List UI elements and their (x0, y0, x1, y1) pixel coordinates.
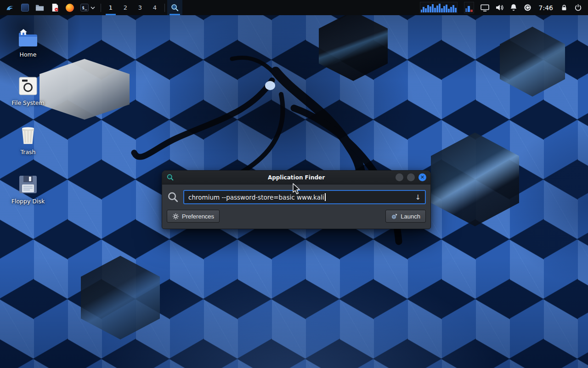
close-button[interactable]: ✕ (418, 173, 426, 181)
panel-separator (164, 4, 165, 12)
screen-lock-button[interactable] (557, 0, 571, 15)
bell-icon (510, 4, 517, 12)
launcher-terminal[interactable]: $_ (77, 0, 90, 15)
gear-icon (172, 213, 179, 220)
history-dropdown-button[interactable]: ↓ (412, 193, 421, 201)
launcher-file-manager[interactable] (32, 0, 47, 15)
top-panel: $_ 1 2 3 4 (0, 0, 588, 15)
launcher-firefox[interactable] (62, 0, 77, 15)
search-icon (167, 191, 179, 203)
logout-button[interactable] (571, 0, 585, 15)
display-icon (481, 4, 489, 12)
preferences-button[interactable]: Preferences (167, 210, 220, 223)
launch-button[interactable]: Launch (385, 210, 426, 223)
search-input-text: chromium --password-store=basic www.kali (188, 194, 324, 201)
updates-tray-button[interactable] (520, 0, 535, 15)
desktop-icon-label: Floppy Disk (10, 198, 46, 205)
speaker-icon (496, 4, 503, 11)
desktop-icon-floppy-disk[interactable]: Floppy Disk (10, 173, 46, 205)
desktop-icon-trash[interactable]: Trash (10, 124, 46, 155)
finder-body: chromium --password-store=basic www.kali… (162, 184, 430, 227)
desktop-icon-home[interactable]: Home (10, 27, 46, 58)
workspace-1[interactable]: 1 (103, 0, 118, 15)
application-finder-window: Application Finder ✕ chromium --password… (162, 170, 431, 229)
taskbar-application-finder[interactable] (167, 0, 182, 15)
close-icon: ✕ (420, 175, 424, 180)
launcher-window[interactable] (18, 0, 32, 15)
trash-bin-icon (17, 124, 39, 146)
chevron-down-icon (90, 6, 95, 9)
application-finder-icon (166, 173, 174, 181)
power-icon (574, 4, 582, 12)
kali-menu-button[interactable] (3, 0, 18, 15)
kali-logo-icon (6, 3, 15, 12)
launch-button-label: Launch (401, 213, 420, 220)
lock-icon (560, 4, 568, 12)
workspace-2[interactable]: 2 (118, 0, 133, 15)
panel-separator (101, 4, 101, 12)
volume-tray-button[interactable] (492, 0, 507, 15)
window-title: Application Finder (162, 174, 430, 181)
floppy-disk-icon (17, 173, 39, 196)
firefox-icon (66, 4, 74, 12)
notifications-tray-button[interactable] (507, 0, 520, 15)
maximize-button[interactable] (407, 173, 415, 181)
titlebar[interactable]: Application Finder ✕ (162, 171, 430, 184)
cpu-graph-bars (420, 2, 458, 13)
cpu-graph[interactable] (417, 0, 461, 15)
launcher-text-editor[interactable] (47, 0, 62, 15)
clock[interactable]: 7:46 (535, 0, 557, 15)
search-input[interactable]: chromium --password-store=basic www.kali… (183, 190, 426, 204)
minimize-button[interactable] (396, 173, 403, 181)
file-system-drive-icon (17, 75, 39, 97)
folder-icon (35, 3, 44, 12)
window-icon (21, 4, 29, 12)
launcher-dropdown-button[interactable] (90, 0, 98, 15)
home-folder-icon (17, 27, 39, 49)
software-update-icon (524, 4, 531, 12)
workspace-3[interactable]: 3 (133, 0, 147, 15)
desktop-icon-label: Trash (10, 149, 46, 155)
desktop-screen: $_ 1 2 3 4 (0, 0, 588, 368)
network-graph (464, 2, 474, 13)
launch-icon (391, 213, 398, 220)
display-tray-button[interactable] (477, 0, 492, 15)
preferences-button-label: Preferences (182, 213, 214, 220)
desktop-icon-label: File System (10, 99, 46, 106)
workspace-4[interactable]: 4 (147, 0, 162, 15)
desktop-icon-file-system[interactable]: File System (10, 75, 46, 106)
search-icon (170, 3, 179, 12)
terminal-icon: $_ (80, 4, 89, 12)
document-icon (51, 3, 59, 12)
text-caret (325, 193, 326, 201)
desktop-icon-label: Home (10, 51, 46, 58)
network-monitor[interactable] (461, 0, 477, 15)
